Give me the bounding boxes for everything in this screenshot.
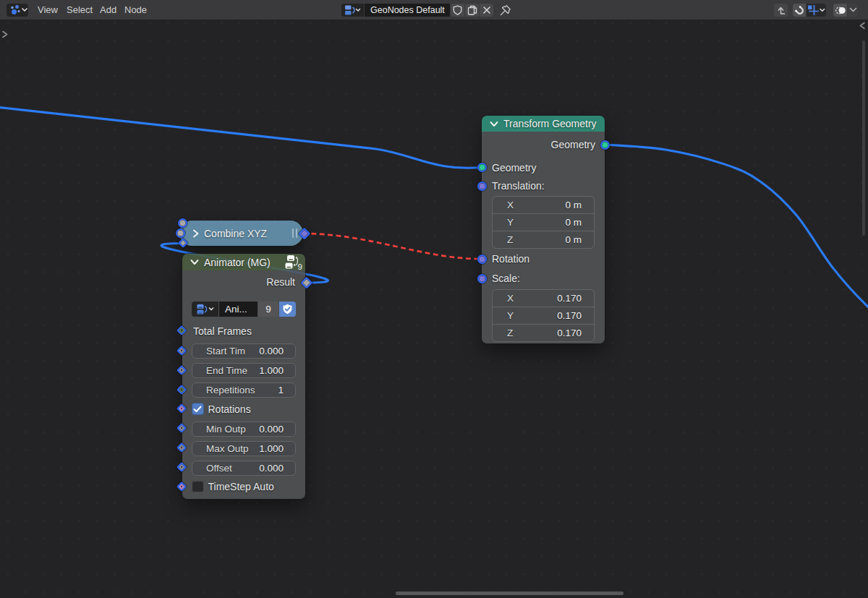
scale-z-field[interactable]: Z 0.170 [493, 324, 594, 341]
group-browse-button[interactable] [192, 302, 218, 317]
checkbox-row-rotations: Rotations [192, 403, 251, 415]
svg-text:9: 9 [298, 262, 302, 271]
magnet-icon [794, 5, 805, 16]
editor-header-bar: View Select Add Node GeoNodes Default [0, 0, 868, 20]
node-title: Transform Geometry [503, 118, 597, 129]
pin-icon [499, 4, 511, 17]
fake-user-button[interactable] [451, 4, 464, 17]
group-fake-user-button[interactable] [279, 302, 296, 317]
vertical-scrollbar[interactable] [862, 40, 865, 236]
menu-add[interactable]: Add [100, 0, 114, 20]
shield-icon [453, 5, 462, 15]
output-geometry-label: Geometry [551, 137, 595, 152]
snapping-toggle[interactable] [793, 4, 806, 17]
rotations-label: Rotations [208, 403, 251, 415]
collapse-chevron-icon[interactable] [190, 259, 199, 265]
overlays-dropdown[interactable] [848, 4, 858, 17]
node-title: Animator (MG) [204, 257, 271, 268]
node-transform-geometry[interactable]: Transform Geometry Geometry Geometry Tra… [482, 116, 605, 343]
input-rotation-label: Rotation [492, 252, 529, 266]
input-scale-label: Scale: [492, 271, 520, 286]
menu-select[interactable]: Select [67, 0, 90, 20]
field-end-time[interactable]: End Time 1.000 [192, 363, 296, 378]
timestep-auto-label: TimeStep Auto [208, 481, 274, 492]
translation-z-field[interactable]: Z 0 m [493, 231, 594, 248]
node-tree-icon [195, 303, 216, 315]
field-min-output[interactable]: Min Outp 0.000 [192, 422, 296, 437]
socket-transform-scale-input[interactable] [477, 274, 487, 283]
collapse-chevron-icon[interactable] [490, 121, 498, 127]
field-repetitions[interactable]: Repetitions 1 [192, 383, 296, 398]
node-tree-browse-button[interactable] [341, 4, 364, 17]
snap-mode-dropdown[interactable] [807, 4, 826, 17]
new-data-button[interactable] [465, 4, 479, 17]
scale-y-field[interactable]: Y 0.170 [493, 307, 594, 324]
menu-node[interactable]: Node [124, 0, 144, 20]
field-start-time[interactable]: Start Tim 0.000 [192, 343, 296, 359]
scale-x-field[interactable]: X 0.170 [493, 290, 594, 307]
group-users-count-button[interactable]: 9 [258, 302, 278, 317]
node-tree-icon [344, 4, 362, 16]
node-header[interactable]: Transform Geometry [482, 116, 605, 132]
input-total-frames-label: Total Frames [193, 324, 252, 338]
hidden-sockets-indicator [292, 228, 294, 238]
checkbox-row-timestep: TimeStep Auto [192, 481, 274, 493]
socket-transform-rotation-input[interactable] [477, 255, 487, 264]
shield-check-icon [282, 304, 293, 315]
node-editor-canvas[interactable] [0, 20, 868, 598]
timestep-auto-checkbox[interactable] [192, 481, 204, 493]
go-to-parent-tree-button[interactable] [774, 4, 788, 17]
toolbar-toggle-arrow[interactable] [1, 30, 9, 39]
geometry-nodes-editor-icon [7, 4, 27, 17]
horizontal-scrollbar[interactable] [396, 591, 624, 595]
node-tree-name-field[interactable]: GeoNodes Default [365, 4, 450, 17]
check-icon [193, 406, 202, 413]
group-datablock-selector: Ani... 9 [192, 302, 296, 317]
rotations-checkbox[interactable] [192, 403, 204, 415]
duplicate-icon [467, 5, 477, 15]
socket-transform-geometry-output[interactable] [600, 140, 610, 150]
expand-chevron-icon[interactable] [192, 228, 200, 239]
menu-view[interactable]: View [38, 0, 56, 20]
pin-button[interactable] [498, 4, 511, 17]
node-title: Combine XYZ [204, 228, 267, 239]
hidden-sockets-indicator [296, 228, 297, 238]
overlap-circles-icon [835, 5, 846, 16]
sidebar-toggle-arrow[interactable] [859, 21, 867, 30]
node-combine-xyz[interactable]: Combine XYZ [179, 221, 303, 246]
node-group-users-icon: 9 [284, 254, 303, 270]
node-header[interactable]: Animator (MG) 9 [182, 254, 305, 270]
editor-type-selector[interactable] [7, 4, 28, 17]
group-name-field[interactable]: Ani... [219, 302, 258, 317]
socket-transform-geometry-input[interactable] [477, 163, 487, 172]
field-offset[interactable]: Offset 0.000 [192, 461, 296, 476]
input-translation-label: Translation: [492, 179, 545, 193]
close-icon [482, 6, 491, 14]
scale-vector-fields: X 0.170 Y 0.170 Z 0.170 [492, 289, 595, 342]
arrow-up-icon [775, 5, 786, 16]
input-geometry-label: Geometry [492, 161, 536, 175]
translation-y-field[interactable]: Y 0 m [493, 213, 594, 231]
unlink-data-button[interactable] [480, 4, 493, 17]
translation-x-field[interactable]: X 0 m [493, 197, 594, 213]
node-animator-group[interactable]: Animator (MG) 9 Result Ani... 9 [182, 254, 305, 499]
overlays-toggle[interactable] [833, 4, 847, 17]
field-max-output[interactable]: Max Outp 1.000 [192, 441, 296, 456]
output-result-label: Result [266, 275, 295, 289]
socket-transform-translation-input[interactable] [477, 181, 487, 191]
translation-vector-fields: X 0 m Y 0 m Z 0 m [492, 196, 595, 249]
chevron-down-icon [849, 7, 857, 13]
snap-grid-icon [807, 4, 825, 16]
